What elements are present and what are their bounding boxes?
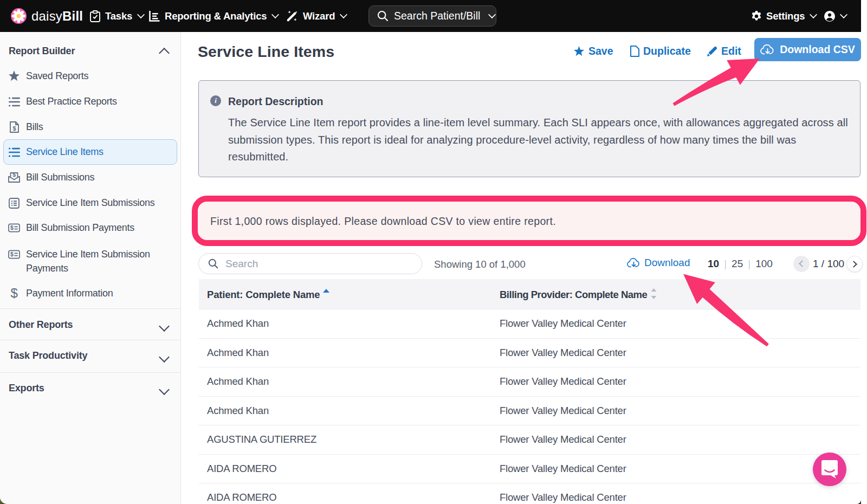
svg-text:$: $ — [12, 172, 16, 178]
svg-text:$: $ — [10, 287, 17, 300]
svg-text:$: $ — [10, 224, 14, 231]
svg-text:$: $ — [12, 125, 16, 132]
svg-text:$: $ — [10, 251, 14, 257]
